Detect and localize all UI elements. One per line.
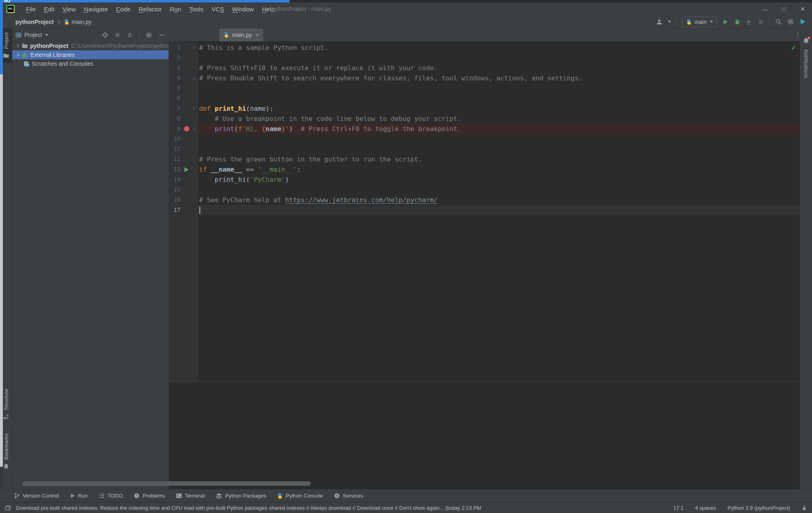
tool-window-button-services[interactable]: Services — [334, 493, 363, 499]
menu-view[interactable]: View — [58, 6, 80, 13]
breadcrumb-file[interactable]: main.py — [64, 19, 91, 25]
chevron-down-icon — [710, 21, 713, 23]
status-message[interactable]: Download pre-built shared indexes: Reduc… — [16, 505, 481, 511]
tool-window-icon — [15, 32, 22, 38]
close-button[interactable]: × — [793, 2, 812, 15]
run-configuration-select[interactable]: main — [682, 17, 717, 27]
notifications-bell-icon[interactable] — [803, 37, 810, 44]
code-line-17: 17 — [169, 205, 812, 215]
inspection-ok-checkmark-icon[interactable]: ✓ — [791, 44, 797, 52]
fold-marker-icon[interactable]: ⌂ — [191, 103, 197, 114]
code-text[interactable] — [198, 83, 812, 93]
code-text[interactable]: # Press Shift+F10 to execute it or repla… — [198, 63, 812, 73]
expand-all-icon[interactable] — [115, 32, 121, 38]
project-panel-title[interactable]: Project — [15, 32, 48, 38]
horizontal-scrollbar[interactable] — [22, 481, 311, 486]
settings-gear-icon[interactable] — [787, 18, 794, 25]
run-button[interactable] — [722, 19, 729, 25]
main-menu: FileEditViewNavigateCodeRefactorRunTools… — [22, 6, 279, 13]
chevron-right-icon[interactable] — [15, 52, 21, 57]
menu-vcs[interactable]: VCS — [208, 6, 228, 13]
fold-marker-icon[interactable]: ⌂ — [191, 73, 197, 83]
pycharm-logo-icon: PC — [6, 5, 15, 13]
minimize-button[interactable]: — — [756, 2, 775, 15]
tree-item-scratches-and-consoles[interactable]: Scratches and Consoles — [12, 59, 169, 68]
stop-button[interactable] — [758, 19, 764, 25]
code-text[interactable]: print_hi('PyCharm') — [198, 175, 812, 185]
maximize-button[interactable]: □ — [775, 2, 793, 15]
code-text[interactable]: def print_hi(name): — [198, 103, 812, 114]
menu-tools[interactable]: Tools — [185, 6, 208, 13]
tool-window-toggle-icon[interactable] — [5, 505, 11, 511]
run-with-coverage-button[interactable] — [746, 19, 752, 25]
tool-window-bar: Version ControlRunTODOProblemsTerminalPy… — [0, 489, 812, 502]
tree-item-pythonproject[interactable]: pythonProjectC:\Users\nturn\PycharmProje… — [12, 41, 169, 50]
run-line-icon[interactable] — [182, 164, 191, 175]
gradient-play-icon[interactable] — [799, 18, 806, 25]
lock-icon[interactable] — [801, 505, 807, 511]
search-everywhere-icon[interactable] — [775, 18, 782, 25]
tool-window-button-python-console[interactable]: Python Console — [277, 493, 323, 499]
code-text[interactable]: # Press Double Shift to search everywher… — [198, 73, 812, 83]
code-line-2: 2 — [169, 53, 812, 63]
breadcrumb-project[interactable]: pythonProject — [15, 19, 54, 25]
background-window-edge — [0, 74, 3, 467]
tool-window-tab-notifications[interactable]: Notifications — [803, 50, 809, 78]
tool-window-button-terminal[interactable]: Terminal — [176, 493, 205, 499]
debug-button[interactable] — [734, 19, 741, 25]
caret-position[interactable]: 17:1 — [673, 505, 684, 511]
code-text[interactable] — [198, 134, 812, 144]
locate-file-icon[interactable] — [102, 32, 108, 38]
code-text[interactable] — [198, 205, 812, 215]
menu-navigate[interactable]: Navigate — [80, 6, 112, 13]
code-text[interactable]: # Use a breakpoint in the code line belo… — [198, 114, 812, 124]
line-number: 4 — [169, 73, 180, 83]
menu-run[interactable]: Run — [166, 6, 185, 13]
navigation-toolbar: pythonProject ❯ main.py main — [0, 15, 812, 28]
code-text[interactable]: # Press the green button in the gutter t… — [198, 154, 812, 164]
fold-marker-icon[interactable]: ⌂ — [191, 43, 197, 53]
menu-refactor[interactable]: Refactor — [134, 6, 166, 13]
project-tool-window: Project pythonProjectC:\Users\nturn\Pych… — [12, 28, 169, 489]
folder-icon — [22, 43, 28, 49]
background-window-edge — [0, 0, 3, 74]
code-line-1: 1⌂# This is a sample Python script. — [169, 43, 812, 53]
line-number: 12 — [169, 154, 180, 164]
code-text[interactable] — [198, 93, 812, 103]
menu-window[interactable]: Window — [228, 6, 258, 13]
code-text[interactable]: # See PyCharm help at https://www.jetbra… — [198, 195, 812, 205]
code-text[interactable] — [198, 144, 812, 154]
tree-item-external-libraries[interactable]: External Libraries — [12, 50, 169, 59]
breakpoint-icon[interactable] — [182, 124, 191, 134]
editor-tab-main-py[interactable]: main.py × — [219, 28, 263, 41]
tool-window-button-run[interactable]: Run — [70, 493, 88, 499]
code-link[interactable]: https://www.jetbrains.com/help/pycharm/ — [285, 196, 438, 204]
code-text[interactable] — [198, 185, 812, 195]
user-icon[interactable] — [656, 19, 663, 25]
indent-setting[interactable]: 4 spaces — [695, 505, 716, 511]
tool-window-button-label: Python Console — [286, 493, 323, 499]
code-text[interactable]: print(f'Hi, {name}') # Press Ctrl+F8 to … — [198, 124, 812, 134]
code-line-5: 5 — [169, 83, 812, 93]
menu-edit[interactable]: Edit — [40, 6, 58, 13]
interpreter-setting[interactable]: Python 3.9 (pythonProject) — [728, 505, 790, 511]
menu-file[interactable]: File — [22, 6, 40, 13]
code-token: name — [266, 125, 281, 133]
hide-panel-icon[interactable] — [158, 32, 165, 38]
tool-window-button-todo[interactable]: TODO — [99, 493, 123, 499]
code-text[interactable]: if __name__ == '__main__': — [198, 164, 812, 175]
line-number: 10 — [169, 134, 180, 144]
chevron-right-icon[interactable] — [15, 43, 20, 48]
code-text[interactable]: # This is a sample Python script. — [198, 43, 812, 53]
fold-marker-icon[interactable]: ⌂ — [191, 124, 197, 134]
tool-window-button-version-control[interactable]: Version Control — [14, 493, 59, 499]
tool-window-button-python-packages[interactable]: Python Packages — [216, 493, 266, 499]
close-tab-icon[interactable]: × — [256, 32, 259, 38]
collapse-all-icon[interactable] — [127, 32, 133, 38]
menu-code[interactable]: Code — [112, 6, 135, 13]
panel-settings-gear-icon[interactable] — [145, 32, 152, 39]
editor-body[interactable]: 1⌂# This is a sample Python script.23# P… — [169, 41, 812, 489]
tool-window-button-problems[interactable]: Problems — [134, 493, 165, 499]
code-text[interactable] — [198, 53, 812, 63]
python-icon — [686, 19, 691, 24]
